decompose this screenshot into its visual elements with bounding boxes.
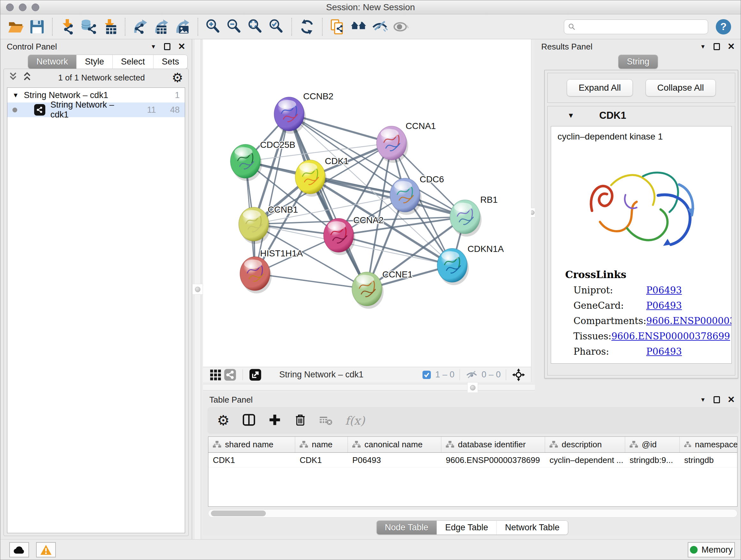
- network-node-RB1[interactable]: RB1: [450, 195, 497, 237]
- node-entry-header[interactable]: ▼ CDK1: [548, 106, 735, 125]
- left-splitter[interactable]: [192, 39, 203, 540]
- import-network-file-button[interactable]: [57, 17, 78, 37]
- zoom-fit-button[interactable]: [245, 17, 266, 37]
- collection-expand-caret-icon[interactable]: ▼: [12, 91, 19, 99]
- warning-status-button[interactable]: [36, 542, 56, 557]
- import-network-database-button[interactable]: [78, 17, 99, 37]
- crosslink-link[interactable]: P06493: [646, 346, 682, 357]
- table-panel-close-icon[interactable]: ✕: [728, 396, 735, 403]
- duplicate-network-button[interactable]: [327, 17, 348, 37]
- network-node-CCNB1[interactable]: CCNB1: [239, 205, 298, 244]
- edge-HIST1H1A-CCNE1[interactable]: [255, 273, 367, 289]
- column-header-canonical-name[interactable]: canonical name: [348, 437, 441, 452]
- results-panel-close-icon[interactable]: ✕: [728, 43, 735, 50]
- collapse-all-button[interactable]: Collapse All: [646, 79, 716, 97]
- column-header-namespace[interactable]: namespace: [680, 437, 738, 452]
- tab-network[interactable]: Network: [28, 55, 77, 69]
- table-panel-float-icon[interactable]: [714, 396, 720, 403]
- tab-string[interactable]: String: [618, 55, 658, 69]
- window-minimize-button[interactable]: [19, 3, 26, 11]
- window-zoom-button[interactable]: [31, 3, 39, 11]
- column-header-name[interactable]: name: [295, 437, 348, 452]
- results-panel-float-icon[interactable]: [714, 43, 720, 50]
- table-cell[interactable]: 9606.ENSP00000378699: [441, 453, 545, 467]
- table-cell[interactable]: CDK1: [208, 453, 295, 467]
- fit-selected-crosshair-icon[interactable]: [511, 368, 526, 381]
- crosslink-link[interactable]: P06493: [646, 285, 682, 296]
- network-share-icon[interactable]: [223, 368, 238, 381]
- scrollbar-thumb[interactable]: [211, 510, 266, 516]
- crosslink-link[interactable]: 9606.ENSP00000378699: [611, 331, 730, 341]
- selected-checkbox-icon[interactable]: [421, 369, 432, 380]
- zoom-in-button[interactable]: [203, 17, 224, 37]
- tab-style[interactable]: Style: [77, 55, 113, 69]
- refresh-view-button[interactable]: [296, 17, 318, 37]
- collapse-all-networks-icon[interactable]: [9, 71, 17, 84]
- table-cell[interactable]: cyclin–dependent ...: [545, 453, 625, 467]
- column-header-database-identifier[interactable]: database identifier: [441, 437, 545, 452]
- tab-select[interactable]: Select: [113, 55, 153, 69]
- function-builder-icon[interactable]: f(x): [345, 414, 365, 427]
- window-close-button[interactable]: [6, 3, 14, 11]
- control-panel-close-icon[interactable]: ✕: [178, 43, 185, 50]
- cloud-status-button[interactable]: [9, 542, 29, 557]
- first-neighbors-button[interactable]: [348, 17, 369, 37]
- expand-all-networks-icon[interactable]: [23, 71, 31, 84]
- network-node-CDKN1A[interactable]: CDKN1A: [437, 244, 504, 285]
- show-all-button[interactable]: [390, 17, 411, 37]
- column-header-id[interactable]: @id: [625, 437, 680, 452]
- edge-CCNB2-CCNE1[interactable]: [289, 114, 367, 289]
- column-header-description[interactable]: description: [545, 437, 625, 452]
- table-panel-collapse-icon[interactable]: ▼: [700, 396, 706, 403]
- zoom-out-button[interactable]: [224, 17, 245, 37]
- table-cell[interactable]: stringdb:9...: [625, 453, 680, 467]
- tab-sets[interactable]: Sets: [153, 55, 187, 69]
- network-node-CCNA1[interactable]: CCNA1: [377, 121, 436, 163]
- table-cell[interactable]: P06493: [348, 453, 441, 467]
- network-options-gear-icon[interactable]: ⚙: [172, 71, 183, 84]
- crosslink-link[interactable]: P06493: [646, 300, 682, 311]
- help-button[interactable]: ?: [716, 19, 731, 35]
- node-entry-caret-icon[interactable]: ▼: [567, 111, 575, 120]
- expand-all-button[interactable]: Expand All: [567, 79, 632, 97]
- export-view-icon[interactable]: [248, 368, 263, 381]
- control-panel-float-icon[interactable]: [164, 43, 171, 50]
- table-cell[interactable]: CDK1: [295, 453, 348, 467]
- import-table-file-button[interactable]: [99, 17, 120, 37]
- network-node-HIST1H1A[interactable]: HIST1H1A: [240, 248, 303, 294]
- control-panel-collapse-icon[interactable]: ▼: [151, 44, 156, 50]
- open-session-button[interactable]: [5, 17, 26, 37]
- network-graph[interactable]: CCNB2CCNA1CDC25BCDK1CDC6RB1CCNB1CCNA2CDK…: [203, 39, 531, 367]
- add-column-icon[interactable]: [268, 414, 281, 428]
- right-splitter[interactable]: [531, 39, 535, 392]
- table-horizontal-scrollbar[interactable]: [208, 509, 738, 517]
- hide-selected-button[interactable]: [369, 17, 390, 37]
- show-columns-icon[interactable]: [242, 413, 256, 428]
- network-row[interactable]: String Network – cdk1 11 48: [7, 103, 185, 117]
- export-network-button[interactable]: [130, 17, 151, 37]
- memory-button[interactable]: Memory: [688, 542, 735, 557]
- hidden-eye-slash-icon[interactable]: [465, 369, 478, 381]
- search-box[interactable]: [564, 19, 708, 34]
- delete-column-icon[interactable]: [294, 414, 307, 428]
- zoom-selected-button[interactable]: [266, 17, 287, 37]
- export-image-button[interactable]: [172, 17, 193, 37]
- left-splitter-grip[interactable]: [192, 284, 203, 295]
- tab-edge-table[interactable]: Edge Table: [437, 521, 497, 535]
- delete-table-icon[interactable]: [320, 415, 332, 427]
- network-node-CCNE1[interactable]: CCNE1: [352, 269, 413, 309]
- save-session-button[interactable]: [26, 17, 48, 37]
- table-options-gear-icon[interactable]: ⚙: [217, 414, 229, 427]
- table-row[interactable]: CDK1CDK1P064939606.ENSP00000378699cyclin…: [208, 453, 737, 468]
- export-table-button[interactable]: [151, 17, 172, 37]
- results-panel-collapse-icon[interactable]: ▼: [700, 44, 706, 50]
- birdseye-grid-icon[interactable]: [208, 368, 223, 381]
- search-input[interactable]: [579, 22, 704, 32]
- column-header-shared-name[interactable]: shared name: [208, 437, 295, 452]
- tab-network-table[interactable]: Network Table: [497, 521, 568, 535]
- tab-node-table[interactable]: Node Table: [377, 521, 437, 535]
- horizontal-splitter-grip[interactable]: [467, 382, 478, 393]
- table-cell[interactable]: stringdb: [680, 453, 738, 467]
- network-view-canvas[interactable]: CCNB2CCNA1CDC25BCDK1CDC6RB1CCNB1CCNA2CDK…: [203, 39, 531, 367]
- network-node-CDK1[interactable]: CDK1: [295, 156, 349, 197]
